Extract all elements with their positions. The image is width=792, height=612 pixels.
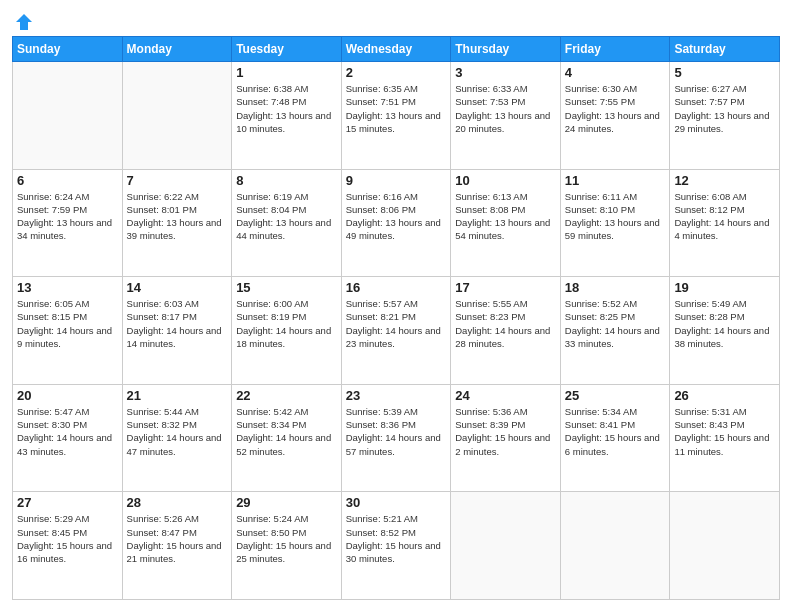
day-info: Sunrise: 5:47 AM Sunset: 8:30 PM Dayligh… [17,405,118,458]
calendar-cell: 3Sunrise: 6:33 AM Sunset: 7:53 PM Daylig… [451,62,561,170]
day-info: Sunrise: 6:11 AM Sunset: 8:10 PM Dayligh… [565,190,666,243]
day-info: Sunrise: 5:49 AM Sunset: 8:28 PM Dayligh… [674,297,775,350]
calendar-cell [670,492,780,600]
calendar-cell: 16Sunrise: 5:57 AM Sunset: 8:21 PM Dayli… [341,277,451,385]
day-number: 19 [674,280,775,295]
calendar-cell: 18Sunrise: 5:52 AM Sunset: 8:25 PM Dayli… [560,277,670,385]
day-info: Sunrise: 5:21 AM Sunset: 8:52 PM Dayligh… [346,512,447,565]
day-info: Sunrise: 5:34 AM Sunset: 8:41 PM Dayligh… [565,405,666,458]
day-number: 23 [346,388,447,403]
calendar-cell: 1Sunrise: 6:38 AM Sunset: 7:48 PM Daylig… [232,62,342,170]
day-info: Sunrise: 6:08 AM Sunset: 8:12 PM Dayligh… [674,190,775,243]
day-info: Sunrise: 5:24 AM Sunset: 8:50 PM Dayligh… [236,512,337,565]
day-info: Sunrise: 6:24 AM Sunset: 7:59 PM Dayligh… [17,190,118,243]
day-info: Sunrise: 6:38 AM Sunset: 7:48 PM Dayligh… [236,82,337,135]
day-info: Sunrise: 6:19 AM Sunset: 8:04 PM Dayligh… [236,190,337,243]
day-info: Sunrise: 5:55 AM Sunset: 8:23 PM Dayligh… [455,297,556,350]
day-number: 4 [565,65,666,80]
header [12,12,780,28]
day-info: Sunrise: 5:36 AM Sunset: 8:39 PM Dayligh… [455,405,556,458]
day-info: Sunrise: 5:31 AM Sunset: 8:43 PM Dayligh… [674,405,775,458]
calendar-cell: 14Sunrise: 6:03 AM Sunset: 8:17 PM Dayli… [122,277,232,385]
calendar-cell: 24Sunrise: 5:36 AM Sunset: 8:39 PM Dayli… [451,384,561,492]
day-number: 5 [674,65,775,80]
calendar-cell: 15Sunrise: 6:00 AM Sunset: 8:19 PM Dayli… [232,277,342,385]
calendar-cell: 26Sunrise: 5:31 AM Sunset: 8:43 PM Dayli… [670,384,780,492]
day-info: Sunrise: 6:27 AM Sunset: 7:57 PM Dayligh… [674,82,775,135]
day-number: 15 [236,280,337,295]
calendar-cell: 19Sunrise: 5:49 AM Sunset: 8:28 PM Dayli… [670,277,780,385]
logo [12,12,34,28]
day-number: 1 [236,65,337,80]
day-number: 14 [127,280,228,295]
day-number: 2 [346,65,447,80]
day-number: 26 [674,388,775,403]
day-info: Sunrise: 6:13 AM Sunset: 8:08 PM Dayligh… [455,190,556,243]
day-number: 16 [346,280,447,295]
day-info: Sunrise: 6:05 AM Sunset: 8:15 PM Dayligh… [17,297,118,350]
logo-icon [14,12,34,32]
day-info: Sunrise: 6:35 AM Sunset: 7:51 PM Dayligh… [346,82,447,135]
calendar-cell: 25Sunrise: 5:34 AM Sunset: 8:41 PM Dayli… [560,384,670,492]
day-number: 11 [565,173,666,188]
day-info: Sunrise: 5:52 AM Sunset: 8:25 PM Dayligh… [565,297,666,350]
calendar-cell: 7Sunrise: 6:22 AM Sunset: 8:01 PM Daylig… [122,169,232,277]
day-number: 25 [565,388,666,403]
day-info: Sunrise: 6:22 AM Sunset: 8:01 PM Dayligh… [127,190,228,243]
calendar-cell [560,492,670,600]
weekday-header-monday: Monday [122,37,232,62]
weekday-header-sunday: Sunday [13,37,123,62]
day-number: 20 [17,388,118,403]
day-number: 22 [236,388,337,403]
svg-marker-0 [16,14,32,30]
weekday-header-saturday: Saturday [670,37,780,62]
calendar-cell: 23Sunrise: 5:39 AM Sunset: 8:36 PM Dayli… [341,384,451,492]
day-number: 13 [17,280,118,295]
calendar-cell: 17Sunrise: 5:55 AM Sunset: 8:23 PM Dayli… [451,277,561,385]
day-number: 18 [565,280,666,295]
day-info: Sunrise: 5:57 AM Sunset: 8:21 PM Dayligh… [346,297,447,350]
day-number: 8 [236,173,337,188]
day-number: 29 [236,495,337,510]
calendar-cell: 4Sunrise: 6:30 AM Sunset: 7:55 PM Daylig… [560,62,670,170]
calendar-cell: 20Sunrise: 5:47 AM Sunset: 8:30 PM Dayli… [13,384,123,492]
day-number: 24 [455,388,556,403]
day-number: 17 [455,280,556,295]
day-info: Sunrise: 6:16 AM Sunset: 8:06 PM Dayligh… [346,190,447,243]
calendar-cell: 30Sunrise: 5:21 AM Sunset: 8:52 PM Dayli… [341,492,451,600]
logo-text [12,12,34,32]
day-number: 3 [455,65,556,80]
calendar-cell: 6Sunrise: 6:24 AM Sunset: 7:59 PM Daylig… [13,169,123,277]
calendar-cell: 27Sunrise: 5:29 AM Sunset: 8:45 PM Dayli… [13,492,123,600]
day-number: 7 [127,173,228,188]
day-number: 27 [17,495,118,510]
day-number: 9 [346,173,447,188]
calendar-table: SundayMondayTuesdayWednesdayThursdayFrid… [12,36,780,600]
calendar-cell: 12Sunrise: 6:08 AM Sunset: 8:12 PM Dayli… [670,169,780,277]
calendar-cell: 11Sunrise: 6:11 AM Sunset: 8:10 PM Dayli… [560,169,670,277]
weekday-header-wednesday: Wednesday [341,37,451,62]
weekday-header-thursday: Thursday [451,37,561,62]
calendar-cell: 5Sunrise: 6:27 AM Sunset: 7:57 PM Daylig… [670,62,780,170]
day-info: Sunrise: 5:26 AM Sunset: 8:47 PM Dayligh… [127,512,228,565]
day-info: Sunrise: 5:29 AM Sunset: 8:45 PM Dayligh… [17,512,118,565]
day-info: Sunrise: 6:03 AM Sunset: 8:17 PM Dayligh… [127,297,228,350]
day-number: 21 [127,388,228,403]
calendar-cell [122,62,232,170]
day-number: 28 [127,495,228,510]
calendar-cell: 2Sunrise: 6:35 AM Sunset: 7:51 PM Daylig… [341,62,451,170]
weekday-header-friday: Friday [560,37,670,62]
calendar-cell: 13Sunrise: 6:05 AM Sunset: 8:15 PM Dayli… [13,277,123,385]
page: SundayMondayTuesdayWednesdayThursdayFrid… [0,0,792,612]
day-info: Sunrise: 5:42 AM Sunset: 8:34 PM Dayligh… [236,405,337,458]
day-number: 6 [17,173,118,188]
calendar-cell: 10Sunrise: 6:13 AM Sunset: 8:08 PM Dayli… [451,169,561,277]
day-info: Sunrise: 5:39 AM Sunset: 8:36 PM Dayligh… [346,405,447,458]
calendar-cell: 22Sunrise: 5:42 AM Sunset: 8:34 PM Dayli… [232,384,342,492]
calendar-cell: 21Sunrise: 5:44 AM Sunset: 8:32 PM Dayli… [122,384,232,492]
day-info: Sunrise: 6:00 AM Sunset: 8:19 PM Dayligh… [236,297,337,350]
day-info: Sunrise: 5:44 AM Sunset: 8:32 PM Dayligh… [127,405,228,458]
calendar-cell [451,492,561,600]
day-info: Sunrise: 6:30 AM Sunset: 7:55 PM Dayligh… [565,82,666,135]
calendar-cell: 29Sunrise: 5:24 AM Sunset: 8:50 PM Dayli… [232,492,342,600]
